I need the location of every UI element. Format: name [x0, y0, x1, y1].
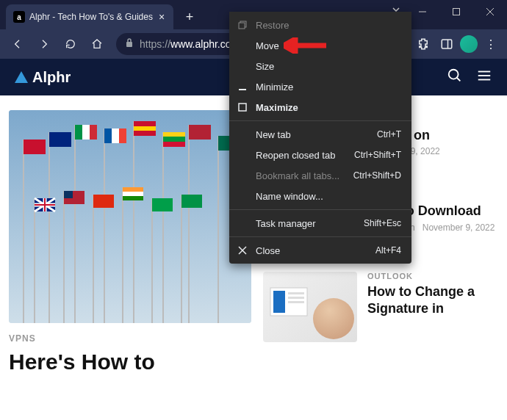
- svg-line-8: [457, 78, 461, 82]
- menu-shortcut: Ctrl+T: [377, 129, 401, 140]
- url-text: https://www.alphr.com: [140, 38, 240, 50]
- svg-rect-57: [288, 297, 304, 299]
- svg-rect-49: [123, 196, 143, 200]
- feature-headline[interactable]: Here's How to: [9, 350, 251, 375]
- svg-rect-56: [288, 292, 304, 294]
- svg-rect-55: [273, 291, 285, 313]
- svg-rect-60: [239, 23, 245, 29]
- blank-icon: [237, 128, 248, 140]
- logo-mark-icon: [15, 71, 28, 83]
- svg-rect-37: [134, 131, 156, 136]
- menu-item-restore: Restore: [229, 15, 411, 35]
- svg-rect-51: [181, 195, 202, 208]
- svg-point-7: [449, 70, 459, 79]
- menu-item-name-window[interactable]: Name window...: [229, 186, 411, 206]
- feature-image[interactable]: [9, 110, 251, 323]
- menu-separator: [229, 120, 411, 121]
- svg-rect-48: [123, 192, 143, 196]
- svg-rect-31: [90, 125, 97, 140]
- reload-button[interactable]: [59, 32, 82, 56]
- menu-label: Name window...: [256, 191, 394, 202]
- menu-item-maximize[interactable]: Maximize: [229, 97, 411, 117]
- menu-shortcut: Shift+Esc: [364, 218, 401, 228]
- site-logo[interactable]: Alphr: [15, 69, 71, 86]
- feature-category: VPNS: [9, 333, 251, 344]
- restore-icon: [237, 19, 248, 31]
- menu-shortcut: Alt+F4: [375, 245, 401, 256]
- menu-item-size[interactable]: Size: [229, 56, 411, 76]
- svg-rect-39: [163, 137, 185, 142]
- menu-label: Bookmark all tabs...: [256, 170, 346, 181]
- menu-item-new-tab[interactable]: New tabCtrl+T: [229, 124, 411, 145]
- svg-rect-58: [288, 301, 304, 303]
- menu-item-reopen-closed-tab[interactable]: Reopen closed tabCtrl+Shift+T: [229, 145, 411, 165]
- blank-icon: [237, 149, 248, 161]
- blank-icon: [237, 217, 248, 229]
- menu-item-bookmark-all-tabs: Bookmark all tabs...Ctrl+Shift+D: [229, 165, 411, 186]
- tab-favicon: a: [13, 11, 25, 23]
- svg-rect-5: [442, 40, 452, 48]
- panel-icon[interactable]: [436, 34, 457, 54]
- menu-label: Task manager: [256, 218, 356, 229]
- svg-rect-30: [82, 125, 90, 140]
- menu-label: Reopen closed tab: [256, 150, 347, 161]
- blank-icon: [237, 40, 248, 51]
- lock-icon: [125, 37, 134, 51]
- menu-label: Minimize: [256, 82, 394, 93]
- article-card[interactable]: OUTLOOK How to Change a Signature in: [263, 272, 498, 342]
- close-icon: [237, 245, 248, 256]
- blank-icon: [237, 190, 248, 202]
- home-button[interactable]: [85, 32, 109, 56]
- back-button[interactable]: [6, 32, 29, 56]
- svg-rect-1: [453, 9, 460, 15]
- menu-separator: [229, 209, 411, 210]
- svg-rect-45: [64, 191, 73, 198]
- browser-menu-button[interactable]: ⋮: [481, 37, 501, 51]
- svg-rect-41: [189, 125, 211, 140]
- menu-item-minimize[interactable]: Minimize: [229, 76, 411, 97]
- blank-icon: [237, 60, 248, 72]
- article-thumbnail: [263, 272, 357, 342]
- menu-label: Restore: [256, 20, 394, 31]
- menu-item-task-manager[interactable]: Task managerShift+Esc: [229, 213, 411, 233]
- tab-close-icon[interactable]: ×: [157, 11, 166, 23]
- browser-tab[interactable]: a Alphr - Tech How To's & Guides ×: [6, 4, 173, 29]
- menu-separator: [229, 236, 411, 237]
- minimize-icon: [237, 81, 248, 93]
- extensions-icon[interactable]: [413, 34, 434, 54]
- profile-avatar-icon[interactable]: [460, 35, 478, 53]
- menu-item-close[interactable]: CloseAlt+F4: [229, 240, 411, 261]
- menu-icon[interactable]: [476, 68, 492, 87]
- tab-title: Alphr - Tech How To's & Guides: [29, 12, 153, 22]
- window-close-button[interactable]: [473, 0, 507, 23]
- menu-shortcut: Ctrl+Shift+T: [354, 150, 401, 160]
- menu-label: New tab: [256, 129, 370, 140]
- annotation-arrow-icon: [284, 37, 326, 57]
- svg-rect-34: [119, 128, 126, 143]
- menu-label: Close: [256, 245, 368, 256]
- svg-rect-36: [134, 121, 156, 126]
- menu-shortcut: Ctrl+Shift+D: [353, 170, 401, 181]
- maximize-icon: [237, 101, 248, 113]
- article-category: OUTLOOK: [367, 272, 498, 280]
- svg-rect-27: [24, 140, 46, 154]
- svg-rect-46: [93, 195, 114, 208]
- svg-rect-4: [126, 42, 132, 47]
- svg-rect-28: [49, 132, 71, 147]
- svg-rect-33: [112, 128, 119, 143]
- window-maximize-button[interactable]: [439, 0, 473, 23]
- svg-rect-62: [239, 104, 246, 111]
- forward-button[interactable]: [32, 32, 56, 56]
- new-tab-button[interactable]: +: [179, 7, 200, 27]
- article-title: How to Change a Signature in: [367, 283, 498, 316]
- brand-text: Alphr: [32, 69, 71, 86]
- menu-label: Maximize: [256, 102, 394, 113]
- blank-icon: [237, 170, 248, 181]
- svg-rect-40: [163, 142, 185, 147]
- menu-label: Size: [256, 61, 394, 72]
- svg-rect-50: [152, 198, 173, 211]
- search-icon[interactable]: [447, 68, 463, 87]
